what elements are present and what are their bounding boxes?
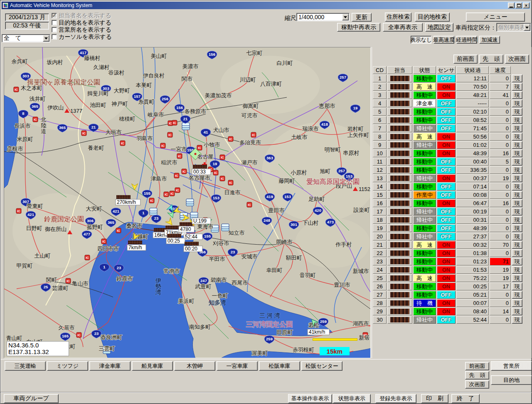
depot-button-1[interactable]: ミツフジ (47, 361, 88, 371)
panel-nav-2[interactable]: 次画面 (505, 55, 529, 64)
depot-button-6[interactable]: 松阪車庫 (259, 361, 300, 371)
current-position-button[interactable]: 現 (512, 274, 522, 282)
destination-search-button[interactable]: 目的地検索 (415, 12, 450, 22)
current-position-button[interactable]: 現 (512, 249, 522, 257)
current-position-button[interactable]: 現 (512, 199, 522, 207)
svg-text:00:20: 00:20 (185, 246, 197, 252)
destination-toggle-button[interactable]: 目的地 (491, 375, 532, 385)
exit-button[interactable]: 終 了 (451, 394, 480, 403)
column-header[interactable]: 状態 (413, 66, 436, 74)
current-position-button[interactable]: 現 (512, 233, 522, 240)
current-position-button[interactable]: 現 (512, 91, 522, 99)
current-position-button[interactable]: 現 (512, 266, 522, 274)
chevron-down-icon[interactable] (342, 14, 349, 20)
current-position-button[interactable]: 現 (512, 216, 522, 224)
overlay-mode-0[interactable]: 表示なし (411, 36, 431, 44)
redisplay-all-button[interactable]: 全車再表示 (383, 23, 423, 32)
current-position-button[interactable]: 現 (512, 299, 522, 307)
status-chip: 待 機 (413, 299, 436, 307)
current-position-button[interactable]: 現 (512, 108, 522, 116)
rightnav-1[interactable]: 先 頭 (465, 371, 489, 379)
chevron-down-icon[interactable] (43, 35, 49, 42)
office-toggle-button[interactable]: 営業所 (491, 361, 532, 371)
overlay-mode-3[interactable]: 加減速 (479, 36, 500, 44)
current-position-button[interactable]: 現 (512, 141, 522, 149)
column-header[interactable]: 担当 (387, 66, 412, 74)
interchange-icon: IC (170, 191, 175, 196)
current-position-button[interactable]: 現 (512, 116, 522, 124)
svg-text:7km/h: 7km/h (128, 245, 142, 250)
panel-nav-0[interactable]: 前画面 (453, 55, 478, 64)
current-position-button[interactable]: 現 (512, 183, 522, 191)
current-position-button[interactable]: 現 (512, 74, 522, 82)
current-position-button[interactable]: 現 (512, 133, 522, 141)
update-button[interactable]: 更新 (352, 13, 372, 22)
current-position-button[interactable]: 現 (512, 166, 522, 174)
current-position-button[interactable]: 現 (512, 191, 522, 199)
checkbox[interactable] (52, 20, 57, 25)
current-position-button[interactable]: 現 (512, 283, 522, 290)
current-position-button[interactable]: 現 (512, 291, 522, 299)
current-position-button[interactable]: 現 (512, 224, 522, 232)
rightnav-2[interactable]: 次画面 (465, 380, 489, 389)
depot-button-0[interactable]: 三英運輸 (5, 361, 46, 371)
speed-value: 0 (490, 99, 511, 107)
maximize-button[interactable] (515, 2, 522, 8)
list-pagination: 前画面先 頭次画面 (453, 55, 529, 64)
column-header[interactable]: CD (373, 66, 387, 74)
current-position-button[interactable]: 現 (512, 307, 522, 315)
place-label: 大安町 (86, 206, 102, 212)
depot-button-2[interactable]: 津金車庫 (89, 361, 131, 371)
checkbox[interactable] (52, 27, 57, 32)
current-position-button[interactable]: 現 (512, 83, 522, 91)
window-title: Automatic Vehicle Monitoring System (10, 2, 92, 8)
vehicle-row: 15作業中OFF00:080現 (373, 191, 522, 199)
current-position-button[interactable]: 現 (512, 158, 522, 166)
close-button[interactable]: × (523, 2, 530, 8)
sensor-chip: ON (437, 149, 456, 157)
hide-toggle-0[interactable]: 基本操作非表示 (288, 394, 332, 403)
column-header[interactable]: 速度 (490, 66, 511, 74)
checkbox[interactable] (52, 34, 57, 40)
column-header[interactable]: 状経過 (456, 66, 489, 74)
address-search-button[interactable]: 住所検索 (385, 12, 411, 22)
depot-button-4[interactable]: 木曽岬 (174, 361, 215, 371)
overlay-mode-1[interactable]: 最高速度 (433, 36, 454, 44)
depot-button-3[interactable]: 船見車庫 (132, 361, 173, 371)
column-header[interactable]: センサ (437, 66, 456, 74)
map-view[interactable]: ICICICICICICICICICICICICICICICICICICICIC… (4, 47, 371, 358)
print-button[interactable]: 印 刷 (421, 394, 448, 403)
place-label: 美濃加茂市 (205, 92, 232, 99)
rightnav-0[interactable]: 前画面 (465, 362, 489, 370)
driver-name-redacted (390, 176, 409, 181)
current-position-button[interactable]: 現 (512, 241, 522, 249)
current-position-button[interactable]: 現 (512, 149, 522, 157)
place-label: 恵那市 (319, 103, 335, 109)
current-position-button[interactable]: 現 (512, 174, 522, 182)
current-position-button[interactable]: 現 (512, 99, 522, 107)
redisplay-active-button[interactable]: 稼動中再表示 (337, 23, 380, 32)
place-label: 岡崎市 (276, 239, 293, 245)
hide-toggle-2[interactable]: 登録先非表示 (375, 394, 416, 403)
menu-button[interactable]: メニュー (466, 12, 525, 22)
place-label: 余呉町 (12, 58, 28, 64)
depot-button-5[interactable]: 一宮車庫 (217, 361, 258, 371)
svg-text:00:33: 00:33 (193, 169, 206, 175)
current-position-button[interactable]: 現 (512, 258, 522, 265)
scale-select[interactable]: 1/400,000 (296, 13, 350, 21)
vehicle-group-button[interactable]: 車両グループ (4, 394, 59, 403)
current-position-button[interactable]: 現 (512, 124, 522, 132)
svg-text:417: 417 (80, 50, 86, 55)
map-settings-button[interactable]: 地図設定 (425, 23, 453, 32)
current-position-button[interactable]: 現 (512, 316, 522, 324)
place-label: 半田市 (209, 256, 225, 262)
current-position-button[interactable]: 現 (512, 208, 522, 216)
minimize-button[interactable] (508, 2, 515, 8)
vehicle-filter-select[interactable]: 全 て (2, 34, 50, 42)
depot-button-7[interactable]: 松阪センター (301, 361, 342, 371)
driver-name-redacted (390, 84, 409, 89)
overlay-mode-2[interactable]: 経過時間 (456, 36, 477, 44)
panel-nav-1[interactable]: 先 頭 (479, 55, 503, 64)
hide-toggle-1[interactable]: 状態非表示 (333, 394, 371, 403)
vehicle-cd: 1 (373, 74, 387, 82)
